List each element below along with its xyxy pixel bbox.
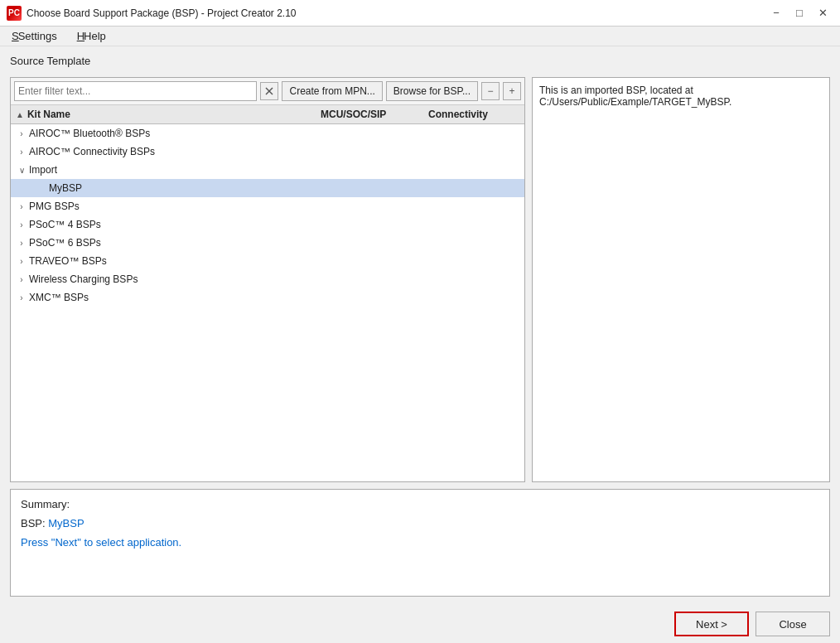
info-panel: This is an imported BSP, located at C:/U… <box>532 77 830 482</box>
collapse-all-button[interactable]: − <box>481 82 500 100</box>
tree-row[interactable]: › XMC™ BSPs <box>11 288 524 307</box>
clear-icon <box>265 87 273 95</box>
chevron-right-icon: › <box>16 293 27 302</box>
clear-filter-button[interactable] <box>260 82 278 100</box>
window-controls: − □ ✕ <box>765 5 833 22</box>
main-content: Source Template Create from MPN... Brows… <box>0 46 840 605</box>
next-button[interactable]: Next > <box>674 612 749 636</box>
tree-header: ▲Kit Name MCU/SOC/SIP Connectivity <box>11 105 524 124</box>
chevron-right-icon: › <box>16 275 27 284</box>
summary-bsp-value: MyBSP <box>48 517 84 529</box>
chevron-right-icon: › <box>16 239 27 248</box>
chevron-right-icon: › <box>16 202 27 211</box>
chevron-right-icon: › <box>16 129 27 138</box>
summary-title: Summary: <box>21 498 819 510</box>
browse-for-bsp-button[interactable]: Browse for BSP... <box>386 81 478 101</box>
toolbar-row: Create from MPN... Browse for BSP... − + <box>11 78 524 105</box>
tree-row[interactable]: › Wireless Charging BSPs <box>11 270 524 288</box>
mybsp-row[interactable]: MyBSP <box>11 179 524 197</box>
chevron-right-icon: › <box>16 220 27 230</box>
tree-row[interactable]: › PSoC™ 4 BSPs <box>11 215 524 234</box>
minimize-button[interactable]: − <box>765 5 787 22</box>
summary-bsp: BSP: MyBSP <box>21 517 819 529</box>
app-icon: PC <box>7 6 22 21</box>
close-window-button[interactable]: ✕ <box>812 5 833 22</box>
col-mcu: MCU/SOC/SIP <box>321 109 428 120</box>
title-bar: PC Choose Board Support Package (BSP) - … <box>0 0 840 27</box>
summary-prompt: Press "Next" to select application. <box>21 536 819 549</box>
chevron-right-icon: › <box>16 147 27 157</box>
tree-row[interactable]: ∨ Import <box>11 161 524 179</box>
tree-row[interactable]: › TRAVEO™ BSPs <box>11 252 524 270</box>
bottom-bar: Next > Close <box>0 605 840 643</box>
info-text: This is an imported BSP, located at C:/U… <box>539 85 731 108</box>
tree-row[interactable]: › PMG BSPs <box>11 197 524 215</box>
window-title: Choose Board Support Package (BSP) - Pro… <box>27 7 765 19</box>
bsp-tree: ▲Kit Name MCU/SOC/SIP Connectivity › AIR… <box>11 105 524 481</box>
maximize-button[interactable]: □ <box>789 5 810 22</box>
chevron-right-icon: › <box>16 257 27 266</box>
help-menu[interactable]: HHelp <box>72 28 111 44</box>
source-template-panel: Create from MPN... Browse for BSP... − +… <box>10 77 830 482</box>
filter-input[interactable] <box>14 81 257 101</box>
settings-menu[interactable]: SSettings <box>7 28 62 44</box>
menu-bar: SSettings HHelp <box>0 27 840 46</box>
close-button[interactable]: Close <box>756 612 830 636</box>
col-kit-name: ▲Kit Name <box>16 109 321 120</box>
expand-all-button[interactable]: + <box>503 82 521 100</box>
summary-section: Summary: BSP: MyBSP Press "Next" to sele… <box>10 489 830 597</box>
left-panel: Create from MPN... Browse for BSP... − +… <box>10 77 525 482</box>
source-template-label: Source Template <box>10 55 830 67</box>
col-connectivity: Connectivity <box>428 109 519 120</box>
create-from-mpn-button[interactable]: Create from MPN... <box>282 81 382 101</box>
chevron-down-icon: ∨ <box>16 166 27 175</box>
tree-row[interactable]: › PSoC™ 6 BSPs <box>11 234 524 252</box>
tree-row[interactable]: › AIROC™ Connectivity BSPs <box>11 143 524 161</box>
tree-row[interactable]: › AIROC™ Bluetooth® BSPs <box>11 124 524 143</box>
